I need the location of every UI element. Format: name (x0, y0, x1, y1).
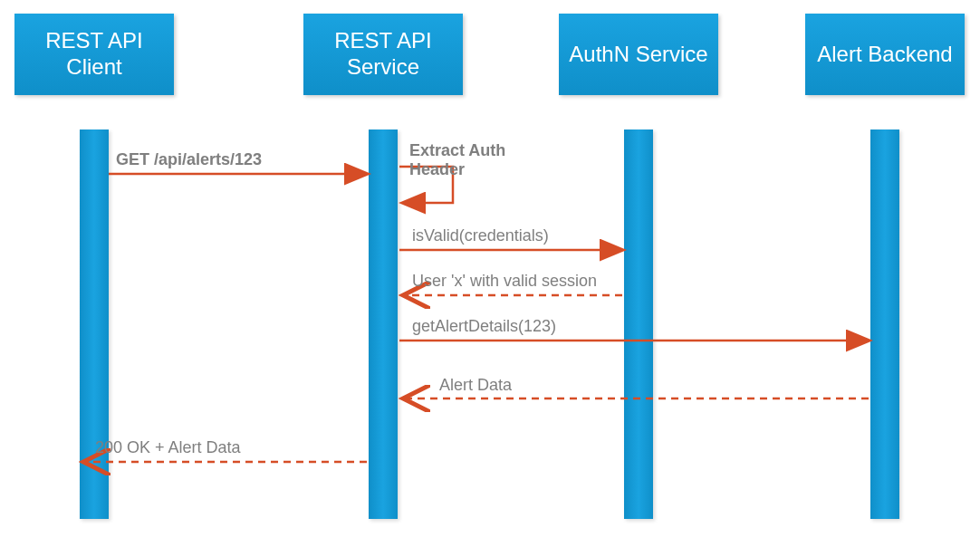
participant-client-label: REST API Client (18, 28, 170, 81)
lifeline-backend (870, 130, 899, 519)
participant-service-label: REST API Service (307, 28, 459, 81)
participant-client: REST API Client (14, 14, 174, 95)
msg-200-ok: 200 OK + Alert Data (95, 438, 241, 457)
participant-backend-label: Alert Backend (817, 42, 952, 68)
msg-extract-auth: Extract Auth Header (409, 141, 505, 178)
participant-authn: AuthN Service (559, 14, 718, 95)
participant-authn-label: AuthN Service (569, 42, 707, 68)
lifeline-service (369, 130, 398, 519)
msg-alert-data: Alert Data (439, 376, 512, 395)
lifeline-authn (624, 130, 653, 519)
lifeline-client (80, 130, 109, 519)
msg-valid-session: User 'x' with valid session (412, 272, 597, 291)
participant-backend: Alert Backend (805, 14, 965, 95)
msg-get-alert-details: getAlertDetails(123) (412, 317, 556, 336)
msg-get-alerts: GET /api/alerts/123 (116, 150, 262, 169)
msg-isvalid: isValid(credentials) (412, 226, 549, 245)
participant-service: REST API Service (303, 14, 463, 95)
